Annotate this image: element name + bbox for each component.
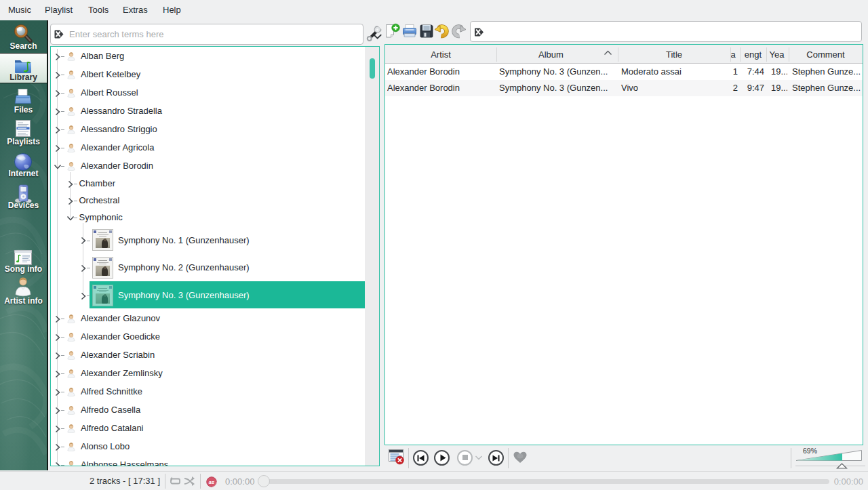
svg-text:as: as	[209, 478, 214, 485]
